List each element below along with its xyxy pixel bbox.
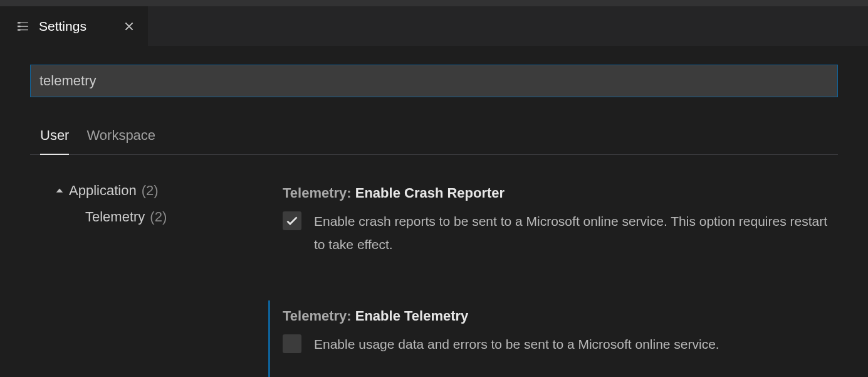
- checkbox-enable-telemetry[interactable]: [283, 334, 301, 353]
- tree-label: Telemetry: [85, 209, 145, 225]
- setting-description: Enable crash reports to be sent to a Mic…: [314, 210, 838, 257]
- setting-category: Telemetry:: [283, 185, 355, 201]
- chevron-down-icon: [55, 186, 64, 195]
- tab-workspace[interactable]: Workspace: [86, 124, 155, 154]
- title-bar: [0, 0, 868, 6]
- setting-title: Telemetry: Enable Telemetry: [283, 308, 838, 324]
- setting-name: Enable Crash Reporter: [355, 185, 505, 201]
- settings-body: Application (2) Telemetry (2) Telemetry:…: [30, 178, 838, 377]
- settings-content: User Workspace Application (2) Telemetry…: [0, 46, 868, 377]
- setting-description: Enable usage data and errors to be sent …: [314, 333, 719, 356]
- tree-item-telemetry[interactable]: Telemetry (2): [55, 204, 256, 230]
- setting-body: Enable crash reports to be sent to a Mic…: [283, 210, 838, 257]
- tree-label: Application: [69, 183, 137, 199]
- tab-bar: Settings: [0, 6, 868, 46]
- setting-crash-reporter: Telemetry: Enable Crash Reporter Enable …: [268, 178, 838, 282]
- tab-user[interactable]: User: [40, 124, 69, 155]
- search-input[interactable]: [30, 65, 838, 97]
- tree-count: (2): [142, 183, 159, 199]
- scope-tabs: User Workspace: [30, 124, 838, 155]
- tree-item-application[interactable]: Application (2): [55, 178, 256, 204]
- setting-body: Enable usage data and errors to be sent …: [283, 333, 838, 356]
- setting-enable-telemetry: Telemetry: Enable Telemetry Enable usage…: [268, 300, 838, 378]
- checkbox-crash-reporter[interactable]: [283, 211, 301, 230]
- setting-name: Enable Telemetry: [355, 308, 469, 324]
- setting-title: Telemetry: Enable Crash Reporter: [283, 185, 838, 201]
- settings-list-icon: [18, 21, 29, 32]
- setting-category: Telemetry:: [283, 308, 355, 324]
- settings-list: Telemetry: Enable Crash Reporter Enable …: [256, 178, 838, 377]
- close-icon[interactable]: [122, 19, 137, 34]
- tree-count: (2): [150, 209, 167, 225]
- settings-tree: Application (2) Telemetry (2): [30, 178, 256, 377]
- tab-settings[interactable]: Settings: [0, 6, 148, 46]
- tab-title: Settings: [39, 19, 86, 34]
